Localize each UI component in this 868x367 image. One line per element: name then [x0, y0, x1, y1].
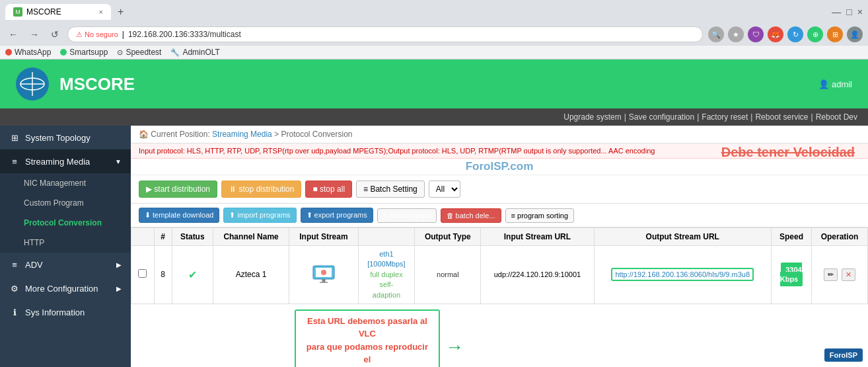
program-sorting-btn[interactable]: ≡ program sorting: [505, 208, 575, 223]
add-program-btn[interactable]: + add program: [377, 208, 437, 223]
adv-label: ADV: [25, 260, 43, 270]
sidebar-item-more-config[interactable]: ⚙ More Configuration ▶: [0, 276, 131, 300]
streaming-arrow: ▼: [115, 158, 122, 165]
adminolt-label: AdminOLT: [182, 48, 219, 57]
sidebar-sub-streaming: NIC Management Custom Program Protocol C…: [0, 173, 131, 253]
row8-input-url: udp://224.120.120.9:10001: [481, 246, 594, 304]
col-eth: [358, 228, 415, 246]
app-user: 👤 admil: [818, 79, 852, 89]
breadcrumb-current: Current Position:: [151, 130, 209, 139]
adminolt-icon: 🔧: [170, 48, 180, 57]
profile-icon[interactable]: 👤: [847, 26, 863, 42]
sidebar-item-topology[interactable]: ⊞ System Topology: [0, 126, 131, 149]
extension-icon[interactable]: 🦊: [768, 26, 783, 42]
start-distribution-btn[interactable]: ▶ start distribution: [139, 181, 217, 198]
whatsapp-label: WhatsApp: [15, 48, 51, 57]
batch-delete-btn[interactable]: 🗑 batch dele...: [441, 208, 501, 223]
save-config-btn[interactable]: Save configuration: [629, 112, 694, 122]
search-icon[interactable]: 🔍: [708, 26, 724, 42]
smartsupp-dot: [60, 49, 67, 56]
col-status: Status: [172, 228, 213, 246]
tab-close-btn[interactable]: ×: [99, 8, 103, 16]
bookmark-adminolt[interactable]: 🔧 AdminOLT: [170, 48, 219, 57]
batch-setting-btn[interactable]: ≡ Batch Setting: [356, 181, 425, 198]
breadcrumb-page: Protocol Conversion: [281, 130, 352, 139]
sysinfo-icon: ℹ: [9, 307, 20, 317]
extension4-icon[interactable]: ⊞: [827, 26, 843, 42]
sidebar-item-custom[interactable]: Custom Program: [0, 193, 131, 213]
main-layout: ⊞ System Topology ≡ Streaming Media ▼ NI…: [0, 126, 868, 367]
table-container: # Status Channel Name Input Stream Outpu…: [131, 227, 868, 367]
export-programs-btn[interactable]: ⬆ export programs: [301, 208, 373, 223]
sidebar-item-http[interactable]: HTTP: [0, 233, 131, 253]
stop-distribution-btn[interactable]: ⏸ stop distribution: [221, 181, 301, 198]
extension2-icon[interactable]: ↻: [787, 26, 803, 42]
sidebar-item-sys-info[interactable]: ℹ Sys Information: [0, 300, 131, 324]
new-tab-button[interactable]: +: [114, 5, 127, 19]
stop-all-btn[interactable]: ■ stop all: [305, 181, 352, 198]
whatsapp-dot: [5, 49, 12, 56]
row8-eth: eth1[1000Mbps] full duplexself-adaption: [358, 246, 415, 304]
row8-speed: 3304Kbps: [771, 246, 811, 304]
upgrade-system-btn[interactable]: Upgrade system: [563, 112, 621, 122]
forward-button[interactable]: →: [26, 27, 42, 42]
factory-reset-btn[interactable]: Factory reset: [702, 112, 748, 122]
bookmark-whatsapp[interactable]: WhatsApp: [5, 48, 51, 57]
row8-ops: ✏ ✕: [812, 246, 868, 304]
refresh-button[interactable]: ↺: [48, 27, 62, 42]
sysinfo-label: Sys Information: [25, 307, 85, 317]
shield-icon[interactable]: 🛡: [748, 26, 764, 42]
forolsp-badge: ForoISP: [824, 348, 863, 362]
breadcrumb-sep: >: [274, 130, 279, 139]
table-row: 8 ✔ Azteca 1: [131, 246, 868, 304]
breadcrumb-section[interactable]: Streaming Media: [212, 130, 274, 139]
config-arrow: ▶: [116, 285, 122, 292]
bookmark-smartsupp[interactable]: Smartsupp: [60, 48, 108, 57]
annotation-arrow: →: [445, 337, 464, 358]
sidebar-item-adv[interactable]: ≡ ADV ▶: [0, 253, 131, 276]
smartsupp-label: Smartsupp: [69, 48, 108, 57]
forolsp-bar: ForoISP.com: [131, 159, 868, 175]
col-channel: Channel Name: [213, 228, 289, 246]
reboot-dev-btn[interactable]: Reboot Dev: [816, 112, 857, 122]
maximize-btn[interactable]: □: [846, 7, 851, 17]
col-input: Input Stream: [289, 228, 358, 246]
col-output-type: Output Type: [415, 228, 481, 246]
browser-tab[interactable]: M MSCORE ×: [5, 4, 111, 20]
minimize-btn[interactable]: —: [832, 7, 841, 17]
window-controls: — □ ×: [832, 7, 863, 17]
row8-url-box[interactable]: http://192.168.200.136:8060/hls/9/9.m3u8: [611, 268, 754, 281]
back-button[interactable]: ←: [5, 27, 21, 42]
address-bar: ← → ↺ ⚠ No seguro | 192.168.200.136:3333…: [0, 24, 868, 45]
bookmark-speedtest[interactable]: ⊙ Speedtest: [117, 48, 161, 57]
import-programs-btn[interactable]: ⬆ import programs: [223, 208, 296, 223]
reboot-service-btn[interactable]: Reboot service: [755, 112, 808, 122]
row8-edit-btn[interactable]: ✏: [824, 268, 838, 281]
star-icon[interactable]: ★: [728, 26, 744, 42]
app-header: MSCORE 👤 admil: [0, 60, 868, 108]
row8-delete-btn[interactable]: ✕: [842, 268, 855, 281]
warning-bar: Input protocol: HLS, HTTP, RTP, UDP, RTS…: [131, 143, 868, 159]
table-wrap: # Status Channel Name Input Stream Outpu…: [131, 227, 868, 367]
sidebar-item-nic[interactable]: NIC Management: [0, 173, 131, 193]
speedtest-label: Speedtest: [126, 48, 161, 57]
address-box[interactable]: ⚠ No seguro | 192.168.200.136:3333/multi…: [67, 26, 703, 42]
address-sep: |: [122, 30, 124, 39]
col-input-url: Input Stream URL: [481, 228, 594, 246]
browser-titlebar: M MSCORE × + — □ ×: [0, 0, 868, 24]
extension3-icon[interactable]: ⊕: [807, 26, 823, 42]
toolbar2: ⬇ template download ⬆ import programs ⬆ …: [131, 204, 868, 227]
adv-arrow: ▶: [116, 261, 122, 268]
tab-favicon: M: [13, 7, 22, 17]
streaming-icon: ≡: [9, 156, 20, 167]
template-download-btn[interactable]: ⬇ template download: [139, 208, 219, 223]
col-speed: Speed: [771, 228, 811, 246]
svg-point-8: [321, 270, 326, 275]
sidebar-item-protocol[interactable]: Protocol Conversion: [0, 213, 131, 233]
close-btn[interactable]: ×: [857, 7, 863, 17]
row8-output-url: http://192.168.200.136:8060/hls/9/9.m3u8: [594, 246, 771, 304]
sidebar-item-streaming[interactable]: ≡ Streaming Media ▼: [0, 149, 131, 173]
row8-checkbox[interactable]: [138, 269, 147, 278]
filter-select[interactable]: All: [429, 181, 460, 198]
config-label: More Configuration: [25, 284, 98, 294]
